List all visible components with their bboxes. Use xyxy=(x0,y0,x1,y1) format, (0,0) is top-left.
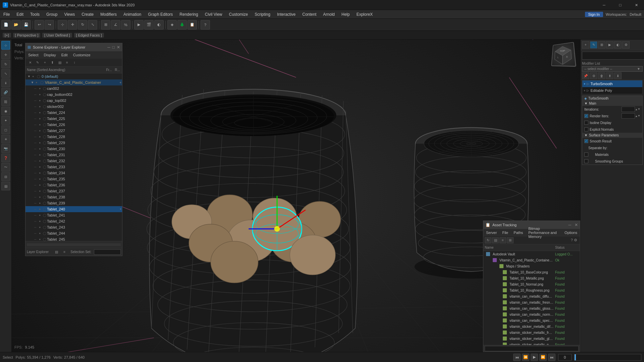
toolbar-material-editor[interactable]: ◈ xyxy=(167,20,177,29)
tree-item-tablet234[interactable]: ─ ● ◯ Tablet_234 xyxy=(25,170,122,176)
menu-group[interactable]: Group xyxy=(43,10,61,18)
rp-btn-utils[interactable]: ⚙ xyxy=(622,41,630,49)
tree-item-tablet236[interactable]: ─ ● ◯ Tablet_236 xyxy=(25,182,122,188)
tree-expand-default[interactable]: ▼ xyxy=(28,75,32,78)
tree-eye-sticker002[interactable]: ● xyxy=(39,105,43,108)
se-tool-2[interactable]: ✎ xyxy=(34,60,41,66)
tree-item-cap_top002[interactable]: ─ ● ◯ cap_top002 xyxy=(25,98,122,104)
tree-eye2-tablet228[interactable]: ◯ xyxy=(43,135,47,138)
se-menu-customize[interactable]: Customize xyxy=(70,51,93,59)
scene-explorer-restore[interactable]: □ xyxy=(112,45,115,50)
toolbar-move[interactable]: ✛ xyxy=(68,20,77,29)
toolbar-rotate[interactable]: ↻ xyxy=(78,20,87,29)
tree-item-vitamin[interactable]: ▼ ● ◯ Vitamin_C_and_Plastic_Container + xyxy=(25,79,122,85)
tree-eye2-tablet235[interactable]: ◯ xyxy=(43,177,47,181)
tree-eye2-tablet238[interactable]: ◯ xyxy=(43,195,47,199)
modifier-turbosmooth[interactable]: ● ▷ TurboSmooth xyxy=(582,80,642,87)
tree-eye2-tablet243[interactable]: ◯ xyxy=(43,226,47,229)
se-tool-6[interactable]: ≡ xyxy=(64,60,70,66)
tree-eye2-tablet234[interactable]: ◯ xyxy=(43,171,47,175)
menu-civil-view[interactable]: Civil View xyxy=(202,10,226,18)
render-iters-checkbox[interactable]: ✓ xyxy=(584,114,588,118)
tree-eye2-sticker002[interactable]: ◯ xyxy=(43,105,47,108)
tree-item-default[interactable]: ▼ ● ◯ 0 (default) xyxy=(25,73,122,79)
at-item-2[interactable]: Maps / Shaders xyxy=(483,263,580,269)
tree-item-tablet224[interactable]: ─ ● ◯ Tablet_224 xyxy=(25,110,122,116)
explicit-normals-checkbox[interactable] xyxy=(584,127,588,131)
tree-item-tablet233[interactable]: ─ ● ◯ Tablet_233 xyxy=(25,164,122,170)
menu-content[interactable]: Content xyxy=(299,10,320,18)
tree-eye-tablet243[interactable]: ● xyxy=(39,226,43,229)
at-item-11[interactable]: vitamin_can_metallic_specular.png Found xyxy=(483,317,580,323)
se-menu-edit[interactable]: Edit xyxy=(59,51,70,59)
menu-animation[interactable]: Animation xyxy=(120,10,145,18)
tree-eye2-tablet224[interactable]: ◯ xyxy=(43,111,47,114)
tree-eye-tablet224[interactable]: ● xyxy=(39,111,43,114)
tree-eye-tablet241[interactable]: ● xyxy=(39,214,43,217)
viewport-plus[interactable]: [+] xyxy=(3,33,11,38)
mod-down[interactable]: ⬇ xyxy=(614,72,622,79)
scene-explorer-hscroll[interactable] xyxy=(27,243,121,246)
se-sort-icon[interactable]: ↕ xyxy=(71,60,78,66)
tree-item-tablet237[interactable]: ─ ● ◯ Tablet_237 xyxy=(25,188,122,194)
tree-eye2-tablet245[interactable]: ◯ xyxy=(43,238,47,241)
tree-eye-tablet234[interactable]: ● xyxy=(39,171,43,175)
tree-item-tablet225[interactable]: ─ ● ◯ Tablet_225 xyxy=(25,116,122,122)
tool-create[interactable]: ✦ xyxy=(1,116,10,125)
rp-btn-modify[interactable]: ✎ xyxy=(590,41,597,49)
isoline-checkbox[interactable] xyxy=(584,121,588,125)
at-item-9[interactable]: vitamin_can_metallic_glossiness.png Foun… xyxy=(483,305,580,311)
se-tool-1[interactable]: ✕ xyxy=(27,60,34,66)
menu-explorex[interactable]: ExploreX xyxy=(353,10,376,18)
tool-select[interactable]: ⊹ xyxy=(1,41,10,50)
tree-eye-tablet236[interactable]: ● xyxy=(39,183,43,187)
anim-next[interactable]: ⏩ xyxy=(539,354,547,361)
tree-eye2-tablet226[interactable]: ◯ xyxy=(43,123,47,126)
tree-eye2-tablet231[interactable]: ◯ xyxy=(43,153,47,157)
tree-item-tablet239[interactable]: ─ ● ◯ Tablet_239 xyxy=(25,200,122,206)
at-item-8[interactable]: vitamin_can_metallic_fresnel.png Found xyxy=(483,299,580,305)
viewport-perspective[interactable]: [ Perspective ] xyxy=(13,33,41,38)
at-close[interactable]: ✕ xyxy=(575,223,578,227)
signin-button[interactable]: Sign In xyxy=(585,12,603,17)
tree-eye-default[interactable]: ● xyxy=(32,75,37,78)
menu-customize[interactable]: Customize xyxy=(226,10,252,18)
tree-eye2-tablet230[interactable]: ◯ xyxy=(43,147,47,150)
se-tool-5[interactable]: ▤ xyxy=(56,60,63,66)
smooth-result-checkbox[interactable]: ✓ xyxy=(584,139,588,143)
tree-item-tablet229[interactable]: ─ ● ◯ Tablet_229 xyxy=(25,140,122,146)
materials-checkbox[interactable] xyxy=(584,153,588,157)
tree-eye2-tablet233[interactable]: ◯ xyxy=(43,165,47,169)
at-item-13[interactable]: vitamin_sticker_metallic_fresnel.png Fou… xyxy=(483,329,580,336)
tree-eye-tablet233[interactable]: ● xyxy=(39,165,43,169)
minimize-button[interactable]: ─ xyxy=(596,0,612,10)
mod-pin[interactable]: 📌 xyxy=(582,72,589,79)
tool-bind[interactable]: ◉ xyxy=(1,107,10,115)
tree-eye-tablet230[interactable]: ● xyxy=(39,147,43,150)
tool-shapes[interactable]: ◻ xyxy=(1,125,10,134)
anim-play[interactable]: ▶ xyxy=(531,354,538,361)
tree-item-tablet244[interactable]: ─ ● ◯ Tablet_244 xyxy=(25,230,122,236)
iterations-dn[interactable]: ▼ xyxy=(638,108,640,110)
tool-scale[interactable]: ⤡ xyxy=(1,69,10,78)
tree-eye-tablet244[interactable]: ● xyxy=(39,232,43,235)
tree-eye2-default[interactable]: ◯ xyxy=(37,75,42,78)
tree-eye-tablet245[interactable]: ● xyxy=(39,238,43,241)
se-menu-display[interactable]: Display xyxy=(41,51,59,59)
tool-link[interactable]: 🔗 xyxy=(1,88,10,97)
menu-rendering[interactable]: Rendering xyxy=(176,10,201,18)
tool-place[interactable]: ↡ xyxy=(1,78,10,87)
modifier-list-dropdown[interactable]: -- select modifier -- ▼ xyxy=(582,66,643,72)
tool-filter[interactable]: ⊟ xyxy=(1,172,10,181)
anim-prev[interactable]: ⏪ xyxy=(522,354,529,361)
toolbar-undo[interactable]: ↩ xyxy=(35,20,44,29)
tool-cameras[interactable]: 📷 xyxy=(1,144,10,153)
rp-btn-create[interactable]: + xyxy=(582,41,589,49)
at-item-12[interactable]: vitamin_sticker_metallic_diffuse.png Fou… xyxy=(483,323,580,329)
se-tool-4[interactable]: ⬆ xyxy=(49,60,56,66)
toolbar-render-frame[interactable]: 🎬 xyxy=(144,20,154,29)
at-item-4[interactable]: Tablet_10_Metallic.png Found xyxy=(483,275,580,281)
tree-item-tablet228[interactable]: ─ ● ◯ Tablet_228 xyxy=(25,134,122,140)
scene-explorer-title-bar[interactable]: ⊞ Scene Explorer - Layer Explorer ─ □ ✕ xyxy=(25,43,122,51)
tree-eye-can002[interactable]: ● xyxy=(39,87,43,90)
